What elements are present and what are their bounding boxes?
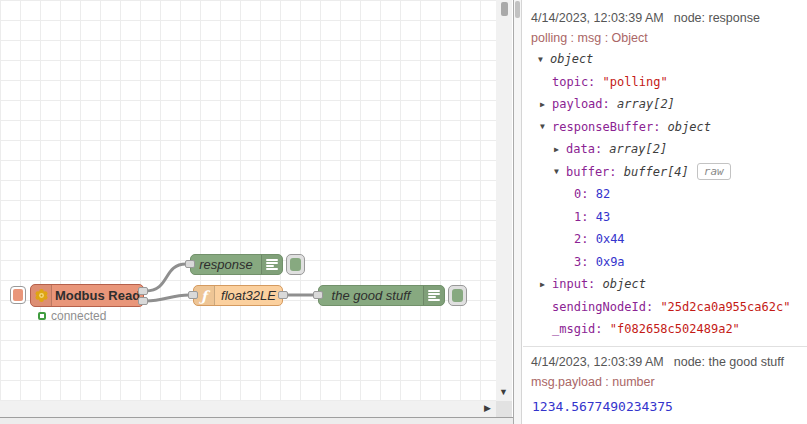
tree-row-sendingnodeid: sendingNodeId: "25d2ca0a955ca62c" [523,296,807,319]
good-stuff-node-label: the good stuff [319,286,423,305]
modbus-node-label: Modbus Read [52,285,143,306]
modbus-icon-region [31,285,52,306]
debug-message-path: msg.payload : number [523,372,807,393]
tree-row-data: ▶data: array[2] [523,138,807,161]
debug-list-icon [423,286,444,305]
node-float32le[interactable]: ƒ float32LE [193,285,283,306]
response-node-label: response [191,255,261,274]
modbus-flower-icon [34,288,49,303]
expand-caret-icon[interactable]: ▶ [540,280,552,289]
expand-caret-icon[interactable]: ▶ [540,100,552,109]
debug-payload-value: 1234.5677490234375 [523,393,807,414]
debug-source-node: node: response [674,11,760,25]
node-modbus-read[interactable]: Modbus Read [30,284,144,307]
debug-source-node: node: the good stuff [674,355,784,369]
debug-message: 4/14/2023, 12:03:39 AM node: response po… [523,0,807,341]
raw-toggle-button[interactable]: raw [697,163,731,180]
tree-row-topic: topic: "polling" [523,71,807,94]
debug-message-meta: 4/14/2023, 12:03:39 AM node: response [523,8,807,27]
tree-row-buffer-3: 3: 0x9a [523,251,807,274]
node-response[interactable]: response [190,254,283,275]
collapse-caret-icon[interactable]: ▼ [540,122,552,131]
tree-row-responsebuffer: ▼responseBuffer: object [523,116,807,139]
debug-json-tree: ▼object topic: "polling" ▶payload: array… [523,48,807,341]
function-f-glyph: ƒ [201,289,207,303]
good-stuff-debug-toggle-button[interactable] [448,285,467,306]
flow-canvas[interactable]: Modbus Read connected response ƒ float32… [0,0,496,401]
wire-modbus-response[interactable] [146,264,186,291]
response-input-port[interactable] [185,260,195,268]
good-stuff-input-port[interactable] [313,291,323,299]
function-output-port[interactable] [278,291,288,299]
function-node-label: float32LE [215,286,282,305]
canvas-bottom-strip [0,417,513,424]
tree-row-buffer: ▼buffer: buffer[4]raw [523,161,807,184]
debug-sidebar: 4/14/2023, 12:03:39 AM node: response po… [523,0,807,424]
tree-row-input: ▶input: object [523,273,807,296]
debug-timestamp: 4/14/2023, 12:03:39 AM [531,355,664,369]
wires-layer [0,0,496,401]
node-the-good-stuff[interactable]: the good stuff [318,285,445,306]
wire-modbus-function[interactable] [146,295,189,301]
status-ring-icon [38,312,46,320]
modbus-node-button[interactable] [10,286,26,304]
modbus-node-button-fill [13,289,23,301]
sidebar-scrollbar[interactable] [514,0,522,424]
modbus-output-port-2[interactable] [138,297,148,305]
debug-list-icon [261,255,282,274]
modbus-status-text: connected [51,309,106,323]
collapse-caret-icon[interactable]: ▼ [538,55,550,64]
response-toggle-fill [290,258,301,271]
scroll-right-icon[interactable]: ▶ [484,403,491,413]
tree-row-buffer-0: 0: 82 [523,183,807,206]
sidebar-scrollbar-thumb[interactable] [515,1,520,18]
collapse-caret-icon[interactable]: ▼ [554,167,566,176]
debug-message-meta: 4/14/2023, 12:03:39 AM node: the good st… [523,353,807,372]
scrollbar-corner [496,401,512,417]
function-input-port[interactable] [188,291,198,299]
response-debug-toggle-button[interactable] [286,254,305,275]
tree-row-buffer-2: 2: 0x44 [523,228,807,251]
expand-caret-icon[interactable]: ▶ [554,145,566,154]
debug-message-path: polling : msg : Object [523,27,807,48]
horizontal-scrollbar[interactable]: ▶ [0,401,496,417]
vertical-scrollbar[interactable]: ▼ [496,0,512,401]
scroll-down-icon[interactable]: ▼ [499,387,508,397]
tree-row-object: ▼object [523,48,807,71]
debug-timestamp: 4/14/2023, 12:03:39 AM [531,11,664,25]
tree-row-msgid: _msgid: "f082658c502489a2" [523,318,807,341]
vertical-scrollbar-thumb[interactable] [501,2,508,16]
tree-row-buffer-1: 1: 43 [523,206,807,229]
modbus-output-port-1[interactable] [138,287,148,295]
debug-message: 4/14/2023, 12:03:39 AM node: the good st… [523,346,807,414]
tree-row-payload: ▶payload: array[2] [523,93,807,116]
good-stuff-toggle-fill [452,289,463,302]
